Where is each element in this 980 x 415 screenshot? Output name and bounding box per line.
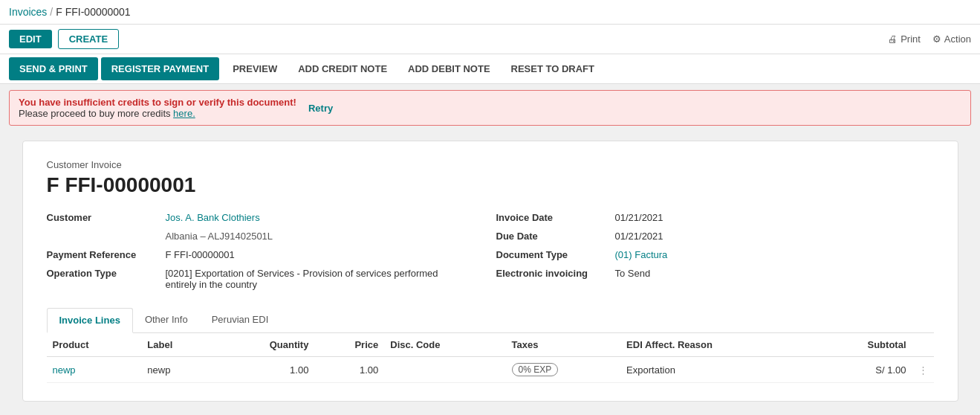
electronic-invoicing-row: Electronic invoicing To Send bbox=[496, 268, 934, 279]
col-quantity: Quantity bbox=[214, 333, 314, 357]
tab-invoice-lines[interactable]: Invoice Lines bbox=[47, 308, 133, 333]
reset-to-draft-button[interactable]: RESET TO DRAFT bbox=[501, 54, 605, 83]
main-content: Customer Invoice F FFI-00000001 Customer… bbox=[0, 132, 980, 411]
payment-ref-row: Payment Reference F FFI-00000001 bbox=[47, 249, 484, 260]
cell-label: newp bbox=[141, 357, 214, 383]
cell-product[interactable]: newp bbox=[47, 357, 142, 383]
action-label: Action bbox=[944, 33, 971, 45]
tab-other-info[interactable]: Other Info bbox=[133, 308, 200, 332]
breadcrumb-separator: / bbox=[50, 6, 53, 18]
cell-row-menu[interactable]: ⋮ bbox=[912, 357, 934, 383]
col-actions bbox=[912, 333, 934, 357]
send-print-button[interactable]: SEND & PRINT bbox=[9, 57, 98, 80]
document-type-value[interactable]: (01) Factura bbox=[615, 249, 668, 260]
alert-link[interactable]: here. bbox=[173, 108, 195, 119]
gear-icon: ⚙ bbox=[932, 33, 941, 45]
breadcrumb-bar: Invoices / F FFI-00000001 bbox=[0, 0, 980, 25]
customer-value[interactable]: Jos. A. Bank Clothiers bbox=[166, 212, 260, 223]
create-button[interactable]: CREATE bbox=[58, 29, 119, 49]
cell-quantity: 1.00 bbox=[214, 357, 314, 383]
invoice-meta: Customer Jos. A. Bank Clothiers Albania … bbox=[47, 212, 934, 290]
col-product: Product bbox=[47, 333, 142, 357]
invoice-number: F FFI-00000001 bbox=[47, 173, 934, 197]
invoice-type-label: Customer Invoice bbox=[47, 159, 934, 170]
add-credit-note-button[interactable]: ADD CREDIT NOTE bbox=[288, 54, 397, 83]
table-row: newp newp 1.00 1.00 0% EXP Exportation S… bbox=[47, 357, 934, 383]
customer-row: Customer Jos. A. Bank Clothiers bbox=[47, 212, 484, 223]
invoice-lines-table: Product Label Quantity Price Disc. Code … bbox=[47, 333, 934, 383]
printer-icon: 🖨 bbox=[888, 33, 898, 45]
secondary-action-bar: SEND & PRINT REGISTER PAYMENT PREVIEW AD… bbox=[0, 54, 980, 84]
invoice-card: Customer Invoice F FFI-00000001 Customer… bbox=[22, 141, 958, 402]
payment-ref-value: F FFI-00000001 bbox=[166, 249, 235, 260]
add-debit-note-button[interactable]: ADD DEBIT NOTE bbox=[397, 54, 501, 83]
operation-type-row: Operation Type [0201] Exportation of Ser… bbox=[47, 268, 484, 290]
electronic-invoicing-value: To Send bbox=[615, 268, 651, 279]
cell-taxes: 0% EXP bbox=[506, 357, 621, 383]
breadcrumb: Invoices / F FFI-00000001 bbox=[9, 6, 131, 18]
operation-type-value: [0201] Exportation of Services - Provisi… bbox=[166, 268, 463, 290]
invoice-date-value: 01/21/2021 bbox=[615, 212, 663, 223]
action-dropdown-button[interactable]: ⚙ Action bbox=[932, 33, 971, 45]
meta-right: Invoice Date 01/21/2021 Due Date 01/21/2… bbox=[496, 212, 934, 290]
col-disc-code: Disc. Code bbox=[384, 333, 505, 357]
preview-button[interactable]: PREVIEW bbox=[222, 54, 288, 83]
due-date-row: Due Date 01/21/2021 bbox=[496, 231, 934, 242]
cell-edi-affect-reason: Exportation bbox=[620, 357, 813, 383]
due-date-value: 01/21/2021 bbox=[615, 231, 663, 242]
print-label: Print bbox=[901, 33, 921, 45]
register-payment-button[interactable]: REGISTER PAYMENT bbox=[101, 57, 219, 80]
customer-address: Albania – ALJ91402501L bbox=[47, 231, 484, 242]
electronic-invoicing-label: Electronic invoicing bbox=[496, 268, 615, 279]
due-date-label: Due Date bbox=[496, 231, 615, 242]
invoice-date-row: Invoice Date 01/21/2021 bbox=[496, 212, 934, 223]
operation-type-label: Operation Type bbox=[47, 268, 166, 279]
tab-peruvian-edi[interactable]: Peruvian EDI bbox=[200, 308, 281, 332]
invoice-date-label: Invoice Date bbox=[496, 212, 615, 223]
meta-left: Customer Jos. A. Bank Clothiers Albania … bbox=[47, 212, 484, 290]
cell-disc-code bbox=[384, 357, 505, 383]
alert-text: You have insufficient credits to sign or… bbox=[19, 97, 296, 119]
cell-price: 1.00 bbox=[314, 357, 384, 383]
cell-subtotal: S/ 1.00 bbox=[813, 357, 912, 383]
alert-strong: You have insufficient credits to sign or… bbox=[19, 97, 296, 108]
edit-button[interactable]: EDIT bbox=[9, 30, 52, 48]
action-bar: EDIT CREATE 🖨 Print ⚙ Action bbox=[0, 25, 980, 54]
table-body: newp newp 1.00 1.00 0% EXP Exportation S… bbox=[47, 357, 934, 383]
col-edi-affect-reason: EDI Affect. Reason bbox=[620, 333, 813, 357]
invoice-lines-table-wrapper: Product Label Quantity Price Disc. Code … bbox=[47, 333, 934, 383]
col-label: Label bbox=[141, 333, 214, 357]
payment-ref-label: Payment Reference bbox=[47, 249, 166, 260]
col-subtotal: Subtotal bbox=[813, 333, 912, 357]
alert-bar: You have insufficient credits to sign or… bbox=[9, 90, 971, 126]
breadcrumb-parent[interactable]: Invoices bbox=[9, 6, 47, 18]
tabs-container: Invoice Lines Other Info Peruvian EDI bbox=[47, 308, 934, 333]
document-type-row: Document Type (01) Factura bbox=[496, 249, 934, 260]
print-action-group: 🖨 Print ⚙ Action bbox=[888, 33, 971, 45]
print-button[interactable]: 🖨 Print bbox=[888, 33, 921, 45]
breadcrumb-current: F FFI-00000001 bbox=[56, 6, 130, 18]
retry-button[interactable]: Retry bbox=[308, 103, 333, 114]
document-type-label: Document Type bbox=[496, 249, 615, 260]
col-price: Price bbox=[314, 333, 384, 357]
tax-badge: 0% EXP bbox=[512, 363, 559, 376]
table-header: Product Label Quantity Price Disc. Code … bbox=[47, 333, 934, 357]
alert-body: Please proceed to buy more credits bbox=[19, 108, 173, 119]
col-taxes: Taxes bbox=[506, 333, 621, 357]
customer-label: Customer bbox=[47, 212, 166, 223]
